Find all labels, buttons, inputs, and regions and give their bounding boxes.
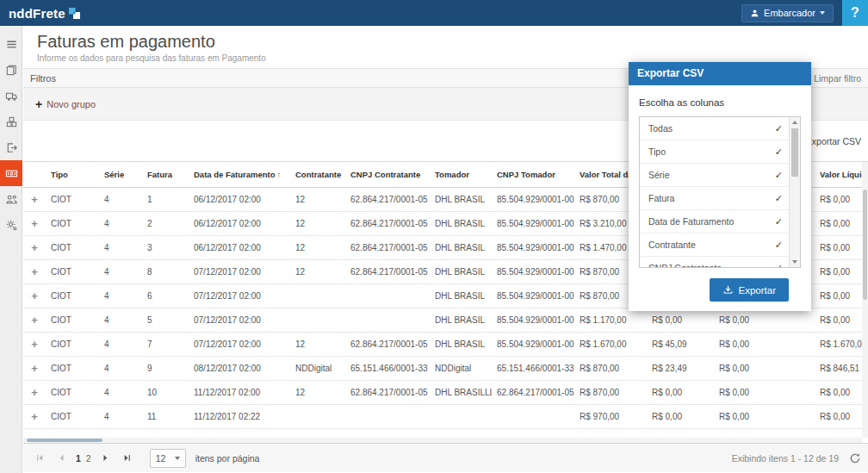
cell-taxas: R$ 0,00 xyxy=(714,404,815,428)
help-button[interactable]: ? xyxy=(842,0,868,26)
cell-fatura: 11 xyxy=(142,404,189,428)
column-options: Todas ✓ Tipo ✓ Série ✓ Fatura ✓ Data de … xyxy=(640,117,800,268)
filters-title: Filtros xyxy=(30,73,56,84)
sort-asc-icon: ↑ xyxy=(277,170,282,179)
first-page-icon xyxy=(35,453,45,463)
col-header-fatura[interactable]: Fatura xyxy=(142,162,189,187)
prev-page-button[interactable] xyxy=(52,449,71,468)
items-per-page-label: itens por página xyxy=(195,453,260,464)
column-option[interactable]: Fatura ✓ xyxy=(640,187,800,210)
cell-cnpj-contratante: 62.864.217/0001-05 xyxy=(345,187,430,211)
col-header-expander xyxy=(23,162,46,187)
expand-row-button[interactable]: + xyxy=(31,265,38,278)
dialog-subtitle: Escolha as colunas xyxy=(639,97,801,108)
cell-valor-liquido: R$ 0,00 xyxy=(815,308,868,332)
cell-hidden-column: R$ 45,09 xyxy=(647,332,714,356)
check-icon: ✓ xyxy=(775,216,783,227)
col-header-data-faturamento[interactable]: Data de Faturamento↑ xyxy=(189,162,290,187)
column-option[interactable]: Série ✓ xyxy=(640,164,800,187)
expand-row-button[interactable]: + xyxy=(31,314,38,327)
cell-cnpj-contratante: 62.864.217/0001-05 xyxy=(345,380,430,404)
col-header-tipo[interactable]: Tipo xyxy=(46,162,99,187)
list-scrollbar-thumb[interactable] xyxy=(791,128,798,177)
column-option[interactable]: Contratante ✓ xyxy=(640,233,800,257)
check-icon: ✓ xyxy=(775,170,783,181)
page-number-1[interactable]: 1 xyxy=(73,453,84,464)
cell-hidden-column: R$ 0,00 xyxy=(647,380,714,404)
page-title: Faturas em pagamento xyxy=(37,32,868,51)
column-option[interactable]: Todas ✓ xyxy=(640,117,800,140)
column-option[interactable]: Tipo ✓ xyxy=(640,140,800,164)
page-number-2[interactable]: 2 xyxy=(84,453,94,464)
column-option[interactable]: CNPJ Contratante ✓ xyxy=(640,257,800,268)
col-header-cnpj-contratante[interactable]: CNPJ Contratante xyxy=(345,162,430,187)
export-button[interactable]: Exportar xyxy=(710,278,789,302)
cell-data-faturamento: 07/12/2017 02:00 xyxy=(189,308,290,332)
vertical-scrollbar-thumb[interactable] xyxy=(863,190,867,300)
cell-cnpj-contratante: 65.151.466/0001-33 xyxy=(345,356,430,380)
horizontal-scrollbar[interactable] xyxy=(23,438,862,443)
cell-hidden-column: R$ 23,49 xyxy=(647,356,714,380)
expand-row-button[interactable]: + xyxy=(31,241,38,254)
cell-contratante: 12 xyxy=(290,211,345,235)
cell-fatura: 5 xyxy=(142,308,189,332)
check-icon: ✓ xyxy=(775,240,783,251)
sidebar-item-exit[interactable] xyxy=(0,134,22,160)
sidebar-item-settings[interactable] xyxy=(0,212,22,238)
cell-cnpj-contratante: 62.864.217/0001-05 xyxy=(345,211,430,235)
list-scrollbar[interactable] xyxy=(789,117,800,267)
vertical-scrollbar[interactable] xyxy=(862,162,868,438)
sidebar-item-truck[interactable] xyxy=(0,83,22,109)
cell-data-faturamento: 07/12/2017 02:00 xyxy=(189,283,290,308)
first-page-button[interactable] xyxy=(30,449,49,468)
cell-serie: 4 xyxy=(99,283,142,308)
col-header-tomador[interactable]: Tomador xyxy=(430,162,492,187)
last-page-button[interactable] xyxy=(118,449,137,468)
cell-valor-liquido: R$ 0,00 xyxy=(815,404,868,428)
col-header-valor-liquido[interactable]: Valor Líquido xyxy=(815,162,868,187)
expand-row-button[interactable]: + xyxy=(31,362,38,375)
expand-row-button[interactable]: + xyxy=(31,338,38,351)
user-menu-button[interactable]: Embarcador xyxy=(741,4,834,22)
expand-row-button[interactable]: + xyxy=(31,410,38,423)
chevron-down-icon xyxy=(175,457,180,460)
expand-row-button[interactable]: + xyxy=(31,217,38,230)
col-header-serie[interactable]: Série xyxy=(99,162,142,187)
logo-icon xyxy=(69,8,80,19)
pagination-bar: 12 12 itens por página Exibindo itens 1 … xyxy=(23,443,868,472)
cell-tipo: CIOT xyxy=(46,259,99,283)
expand-row-button[interactable]: + xyxy=(31,193,38,206)
cell-cnpj-tomador: 65.151.466/0001-33 xyxy=(492,356,574,380)
cell-tomador: DHL BRASIL xyxy=(430,283,492,308)
new-group-button[interactable]: + Novo grupo xyxy=(35,99,96,109)
table-row: + CIOT 4 5 07/12/2017 02:00 DHL BRASIL 8… xyxy=(23,308,868,332)
sidebar-item-payments[interactable] xyxy=(0,160,22,186)
expand-row-button[interactable]: + xyxy=(31,289,38,302)
col-header-cnpj-tomador[interactable]: CNPJ Tomador xyxy=(492,162,574,187)
sidebar-item-documents[interactable] xyxy=(0,57,22,83)
dialog-title: Exportar CSV xyxy=(629,62,811,85)
dialog-footer: Exportar xyxy=(639,278,801,302)
column-list: Todas ✓ Tipo ✓ Série ✓ Fatura ✓ Data de … xyxy=(639,116,801,268)
sidebar-item-menu[interactable] xyxy=(0,31,22,57)
column-option[interactable]: Data de Faturamento ✓ xyxy=(640,210,800,233)
cell-fatura: 1 xyxy=(142,187,189,211)
sidebar-item-users[interactable] xyxy=(0,186,22,212)
cell-contratante: 12 xyxy=(290,259,345,283)
scroll-up-icon[interactable] xyxy=(792,121,797,124)
horizontal-scrollbar-thumb[interactable] xyxy=(27,439,102,442)
expand-row-button[interactable]: + xyxy=(31,386,38,399)
sidebar-item-cargo[interactable] xyxy=(0,109,22,134)
cell-cnpj-tomador xyxy=(492,404,574,428)
cell-serie: 4 xyxy=(99,332,142,356)
scroll-down-icon[interactable] xyxy=(792,260,797,264)
cell-taxas: R$ 0,00 xyxy=(714,332,815,356)
page-size-select[interactable]: 12 xyxy=(150,449,186,468)
cell-tipo: CIOT xyxy=(46,380,99,404)
refresh-button[interactable] xyxy=(849,452,861,464)
cell-tipo: CIOT xyxy=(46,332,99,356)
cell-valor-total: R$ 1.670,00 xyxy=(574,332,647,356)
col-header-contratante[interactable]: Contratante xyxy=(290,162,345,187)
cell-hidden-column: R$ 0,00 xyxy=(647,308,714,332)
next-page-button[interactable] xyxy=(96,449,115,468)
